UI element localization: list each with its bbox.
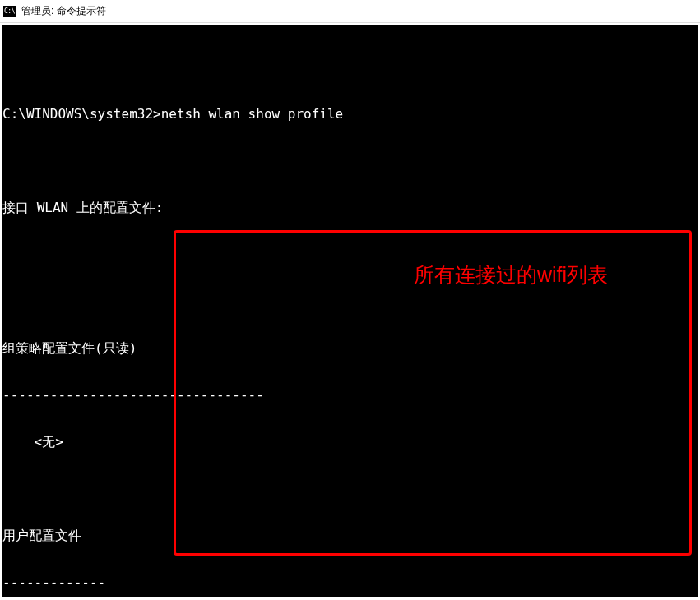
window-title: 管理员: 命令提示符 bbox=[21, 4, 106, 18]
titlebar[interactable]: C:\. 管理员: 命令提示符 bbox=[0, 0, 700, 23]
blank-line bbox=[2, 481, 698, 496]
cmd-icon: C:\. bbox=[3, 6, 16, 17]
prompt-line: C:\WINDOWS\system32>netsh wlan show prof… bbox=[2, 106, 698, 122]
blank-line bbox=[2, 153, 698, 168]
blank-line bbox=[2, 247, 698, 262]
annotation-label: 所有连接过的wifi列表 bbox=[414, 267, 608, 283]
user-profiles-header: 用户配置文件 bbox=[2, 528, 698, 543]
prompt: C:\WINDOWS\system32> bbox=[2, 106, 161, 122]
gp-none: <无> bbox=[2, 434, 698, 450]
interface-header: 接口 WLAN 上的配置文件: bbox=[2, 200, 698, 215]
group-policy-header: 组策略配置文件(只读) bbox=[2, 340, 698, 356]
command-text: netsh wlan show profile bbox=[161, 106, 344, 122]
blank-line bbox=[2, 59, 698, 75]
underline: --------------------------------- bbox=[2, 387, 698, 403]
blank-line bbox=[2, 293, 698, 309]
underline: ------------- bbox=[2, 575, 698, 590]
terminal-area[interactable]: C:\WINDOWS\system32>netsh wlan show prof… bbox=[2, 25, 698, 597]
